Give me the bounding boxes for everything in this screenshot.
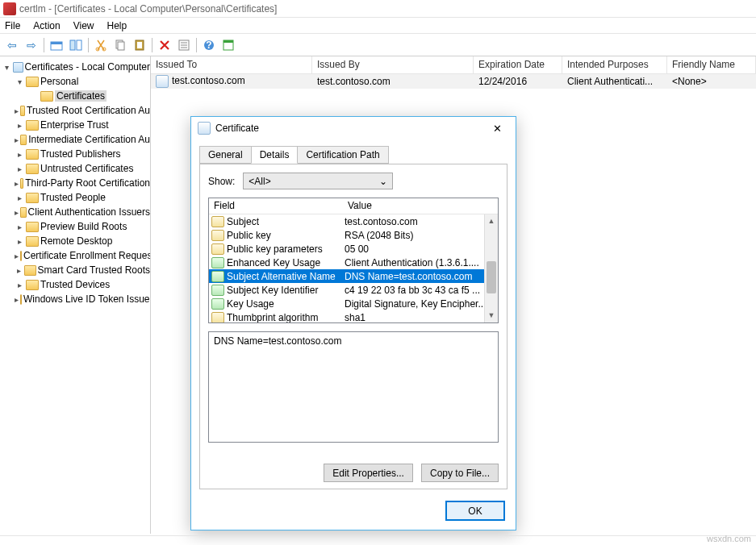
- show-hide-button[interactable]: [67, 36, 85, 54]
- field-icon: [211, 312, 224, 323]
- scroll-thumb[interactable]: [487, 261, 496, 293]
- col-issued-by[interactable]: Issued By: [312, 56, 474, 73]
- tab-details[interactable]: Details: [251, 146, 299, 164]
- field-icon: [211, 298, 224, 310]
- cut-button[interactable]: [92, 36, 110, 54]
- chevron-down-icon: ⌄: [379, 176, 387, 187]
- refresh-button[interactable]: [219, 36, 237, 54]
- menu-help[interactable]: Help: [107, 20, 127, 31]
- app-icon: [3, 2, 16, 15]
- tree-root[interactable]: ▾Certificates - Local Computer: [0, 60, 150, 74]
- field-row[interactable]: Subject Alternative NameDNS Name=test.co…: [209, 269, 498, 283]
- tree-item[interactable]: ▸Untrusted Certificates: [0, 161, 150, 176]
- copy-button[interactable]: [111, 36, 129, 54]
- tree-item[interactable]: ▸Trusted Devices: [0, 277, 150, 292]
- cell-purposes: Client Authenticati...: [562, 76, 667, 87]
- field-name: Key Usage: [227, 298, 345, 310]
- fields-list[interactable]: Subjecttest.contoso.comPublic keyRSA (20…: [209, 214, 498, 322]
- tree-item-certificates[interactable]: Certificates: [0, 89, 150, 103]
- delete-button[interactable]: [156, 36, 173, 54]
- scrollbar[interactable]: ▲ ▼: [484, 214, 498, 322]
- fields-list-box: Field Value Subjecttest.contoso.comPubli…: [208, 198, 499, 323]
- field-row[interactable]: Subjecttest.contoso.com: [209, 214, 498, 228]
- field-row[interactable]: Public key parameters05 00: [209, 242, 498, 256]
- copy-to-file-button[interactable]: Copy to File...: [421, 464, 499, 482]
- ok-button[interactable]: OK: [446, 501, 504, 520]
- field-name: Enhanced Key Usage: [227, 257, 345, 268]
- col-expiration[interactable]: Expiration Date: [474, 56, 562, 73]
- field-row[interactable]: Public keyRSA (2048 Bits): [209, 228, 498, 242]
- field-row[interactable]: Subject Key Identifierc4 19 22 03 fa bb …: [209, 283, 498, 297]
- field-icon: [211, 285, 224, 296]
- certificate-dialog: Certificate ✕ General Details Certificat…: [190, 116, 516, 530]
- paste-button[interactable]: [131, 36, 148, 54]
- help-button[interactable]: ?: [200, 36, 218, 54]
- detail-text: DNS Name=test.contoso.com: [214, 335, 341, 347]
- dialog-title: Certificate: [215, 123, 259, 134]
- field-icon: [211, 257, 224, 268]
- tab-certification-path[interactable]: Certification Path: [297, 146, 388, 164]
- details-panel: Show: <All> ⌄ Field Value Subjecttest.co…: [199, 164, 507, 489]
- certificate-row[interactable]: test.contoso.com test.contoso.com 12/24/…: [151, 74, 756, 89]
- svg-rect-17: [223, 40, 233, 43]
- tree-item[interactable]: ▸Preview Build Roots: [0, 219, 150, 234]
- properties-button[interactable]: [175, 36, 193, 54]
- tree-item[interactable]: ▸Third-Party Root Certification: [0, 176, 150, 190]
- tree-item[interactable]: ▸Remote Desktop: [0, 234, 150, 248]
- dialog-titlebar[interactable]: Certificate ✕: [191, 117, 516, 139]
- back-button[interactable]: [3, 36, 21, 54]
- field-row[interactable]: Key UsageDigital Signature, Key Encipher…: [209, 297, 498, 310]
- tree-item[interactable]: ▸Client Authentication Issuers: [0, 205, 150, 219]
- col-friendly[interactable]: Friendly Name: [667, 56, 756, 73]
- menu-file[interactable]: File: [5, 20, 20, 31]
- tree-item[interactable]: ▸Smart Card Trusted Roots: [0, 263, 150, 277]
- toolbar-separator: [152, 38, 152, 52]
- tree-item[interactable]: ▸Trusted People: [0, 190, 150, 205]
- tree-item[interactable]: ▸Trusted Publishers: [0, 147, 150, 161]
- tree-item[interactable]: ▸Trusted Root Certification Au: [0, 103, 150, 118]
- field-name: Thumbprint algorithm: [227, 312, 345, 323]
- up-button[interactable]: [48, 36, 65, 54]
- close-icon[interactable]: ✕: [485, 123, 509, 135]
- cell-issued-by: test.contoso.com: [312, 76, 474, 87]
- field-name: Subject: [227, 216, 345, 227]
- certificate-icon: [156, 75, 169, 88]
- list-header: Issued To Issued By Expiration Date Inte…: [151, 56, 756, 74]
- field-icon: [211, 243, 224, 255]
- tree-item[interactable]: ▸Enterprise Trust: [0, 118, 150, 132]
- tab-general[interactable]: General: [199, 146, 252, 164]
- status-bar: [0, 535, 756, 545]
- col-value[interactable]: Value: [343, 198, 498, 214]
- menu-action[interactable]: Action: [33, 20, 60, 31]
- edit-properties-button[interactable]: Edit Properties...: [324, 464, 413, 482]
- scroll-down-icon[interactable]: ▼: [485, 309, 498, 322]
- field-row[interactable]: Thumbprint algorithmsha1: [209, 310, 498, 322]
- tree-item[interactable]: ▸Intermediate Certification Au: [0, 132, 150, 147]
- field-detail[interactable]: DNS Name=test.contoso.com: [208, 331, 499, 443]
- field-icon: [211, 216, 224, 227]
- svg-rect-1: [51, 42, 62, 44]
- toolbar-separator: [196, 38, 197, 52]
- menu-view[interactable]: View: [73, 20, 94, 31]
- col-issued-to[interactable]: Issued To: [151, 56, 312, 73]
- tree-pane[interactable]: ▾Certificates - Local Computer ▾Personal…: [0, 56, 151, 534]
- window-title: certlm - [Certificates - Local Computer\…: [19, 3, 277, 15]
- scroll-up-icon[interactable]: ▲: [485, 214, 498, 228]
- watermark: wsxdn.com: [707, 534, 751, 543]
- toolbar-separator: [44, 38, 44, 52]
- field-value: DNS Name=test.contoso.com: [345, 271, 498, 282]
- tree-item-personal[interactable]: ▾Personal: [0, 74, 150, 89]
- field-row[interactable]: Enhanced Key UsageClient Authentication …: [209, 256, 498, 269]
- col-purposes[interactable]: Intended Purposes: [562, 56, 667, 73]
- col-field[interactable]: Field: [209, 198, 343, 214]
- cell-issued-to: test.contoso.com: [172, 75, 245, 86]
- show-label: Show:: [208, 176, 235, 187]
- tree-item[interactable]: ▸Windows Live ID Token Issuer: [0, 292, 150, 306]
- show-value: <All>: [249, 176, 270, 187]
- svg-rect-3: [77, 40, 81, 50]
- certificate-icon: [198, 122, 211, 135]
- show-dropdown[interactable]: <All> ⌄: [243, 173, 393, 189]
- forward-button[interactable]: [23, 36, 40, 54]
- tree-item[interactable]: ▸Certificate Enrollment Reques: [0, 248, 150, 263]
- cell-expiration: 12/24/2016: [474, 76, 562, 87]
